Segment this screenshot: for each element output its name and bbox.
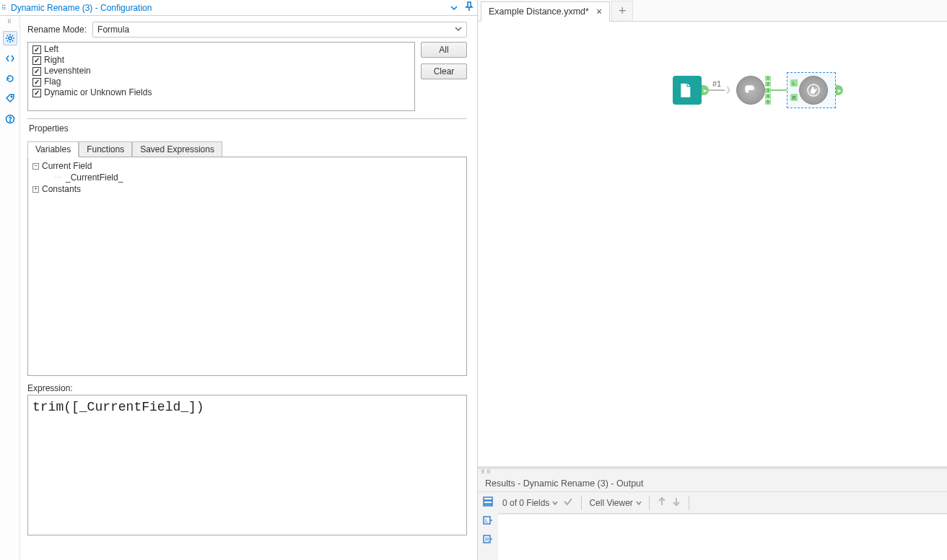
tree-leaf-label: _CurrentField_ [66,172,123,183]
divider [689,496,689,510]
tree-node[interactable]: −Current Field [32,160,462,172]
config-side-tabs: ⠿ [0,16,20,560]
svg-point-1 [11,96,12,97]
variables-tree[interactable]: −Current Field ⋯_CurrentField_ +Constant… [27,157,467,376]
field-label: Levenshtein [44,66,91,76]
checkbox-icon[interactable] [32,45,41,54]
divider [649,496,650,510]
chevron-down-icon [636,498,642,508]
arrow-down-icon[interactable] [671,496,681,509]
grip-dots-icon: ⠿ [7,19,12,25]
all-button[interactable]: All [421,42,467,58]
checkbox-icon[interactable] [32,89,41,97]
output-anchor-3[interactable]: 3 [765,88,771,93]
expression-label: Expression: [27,383,467,393]
python-tool[interactable] [736,76,765,105]
expression-text: trim([_CurrentField_]) [32,400,462,414]
document-tab[interactable]: Example Distance.yxmd* × [481,1,610,22]
field-label: Dynamic or Unknown Fields [44,87,152,98]
refresh-tab-icon[interactable] [3,71,17,86]
rename-mode-select[interactable]: Formula [92,22,467,38]
field-label: Left [44,44,58,55]
tag-tab-icon[interactable] [3,92,17,106]
list-item[interactable]: Dynamic or Unknown Fields [32,87,410,98]
divider [581,496,582,510]
checkbox-icon[interactable] [32,78,41,87]
expand-plus-icon[interactable]: + [32,186,39,193]
chevron-down-icon [455,25,462,35]
grip-dots-icon[interactable]: ⠿⠿ [478,469,947,476]
output-anchor-icon[interactable]: ▸ [836,85,843,95]
properties-tabs: Variables Functions Saved Expressions [27,141,467,157]
checkbox-icon[interactable] [32,56,41,65]
multi-output-anchors: 1 2 3 4 5 [765,76,771,105]
tree-label: Constants [42,183,81,195]
selected-tool-frame[interactable]: L R [787,72,836,108]
tab-saved-expressions[interactable]: Saved Expressions [132,141,222,157]
tab-variables[interactable]: Variables [27,141,79,157]
add-tab-button[interactable]: + [611,1,633,21]
tab-title: Example Distance.yxmd* [489,6,589,17]
config-title: Dynamic Rename (3) - Configuration [11,3,152,13]
output-anchor-4[interactable]: 4 [765,94,771,99]
dynamic-rename-tool[interactable] [799,76,828,105]
rename-mode-value: Formula [97,25,129,35]
cell-viewer-dropdown[interactable]: Cell Viewer [589,498,641,508]
fields-count[interactable]: 0 of 0 Fields [502,498,558,508]
field-label: Right [44,55,64,66]
text-input-tool[interactable] [673,76,702,105]
close-tab-button[interactable]: × [596,6,602,17]
checkbox-icon[interactable] [32,67,41,76]
check-icon[interactable] [562,496,574,509]
list-item[interactable]: Levenshtein [32,66,410,76]
tab-functions[interactable]: Functions [79,141,132,157]
connection-line: #1 [709,89,725,91]
arrow-up-icon[interactable] [657,496,667,509]
output-anchor-1[interactable]: 1 [765,76,771,81]
output-anchor-5[interactable]: 5 [765,100,771,105]
field-label: Flag [44,76,61,87]
config-panel: ⠿ Dynamic Rename (3) - Configuration ⠿ R… [0,0,478,560]
list-item[interactable]: Right [32,55,410,66]
svg-point-3 [9,121,10,122]
arrow-icon: 》 [726,84,735,97]
fields-count-text: 0 of 0 Fields [502,498,549,508]
clear-button[interactable]: Clear [421,64,467,79]
chevron-down-icon [552,498,558,508]
code-tab-icon[interactable] [3,51,17,66]
svg-point-0 [9,37,12,40]
list-item[interactable]: Flag [32,76,410,87]
results-toolbar: 0 of 0 Fields Cell Viewer [498,492,947,514]
results-title: Results - Dynamic Rename (3) - Output [478,476,947,492]
config-titlebar: ⠿ Dynamic Rename (3) - Configuration [0,0,477,16]
pin-icon[interactable] [464,1,474,14]
results-grid[interactable] [498,514,947,560]
input-anchor-r[interactable]: R [790,94,798,101]
tree-label: Current Field [42,160,92,172]
cell-viewer-label: Cell Viewer [589,498,632,508]
workflow-canvas[interactable]: ▸ #1 》 1 2 3 4 5 L R [478,22,947,466]
grip-dots-icon: ⠿ [1,4,9,12]
tree-node[interactable]: +Constants [32,183,462,195]
right-anchor-icon[interactable]: R [481,533,494,546]
divider [27,118,467,119]
output-anchor-icon[interactable]: ▸ [702,85,709,95]
left-anchor-icon[interactable]: L [481,514,494,527]
expand-minus-icon[interactable]: − [32,163,39,170]
collapse-chevron-icon[interactable] [450,4,458,12]
records-view-icon[interactable] [481,495,494,508]
gear-tab-icon[interactable] [3,31,17,45]
fields-listbox[interactable]: Left Right Levenshtein Flag Dynamic or U… [27,42,415,111]
expression-textarea[interactable]: trim([_CurrentField_]) [27,395,467,535]
results-panel: ⠿⠿ Results - Dynamic Rename (3) - Output… [478,466,947,560]
tree-leaf[interactable]: ⋯_CurrentField_ [32,172,462,183]
document-tabbar: Example Distance.yxmd* × + [478,0,947,22]
svg-text:R: R [485,536,489,543]
svg-point-4 [748,87,749,88]
output-anchor-2[interactable]: 2 [765,82,771,87]
help-tab-icon[interactable] [3,112,17,126]
svg-rect-7 [484,501,492,504]
tree-connector-icon: ⋯ [54,172,61,183]
input-anchor-l[interactable]: L [790,79,798,87]
list-item[interactable]: Left [32,44,410,55]
